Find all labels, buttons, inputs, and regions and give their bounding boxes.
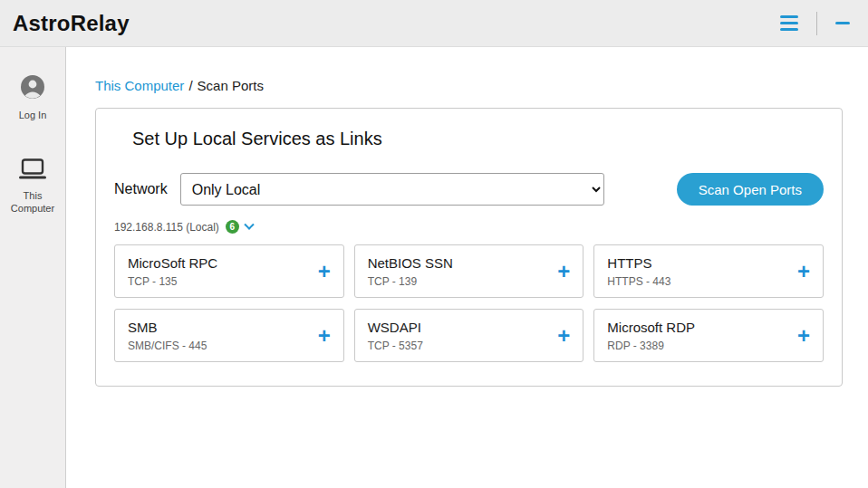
service-detail: TCP - 5357	[368, 340, 423, 352]
breadcrumb-link-this-computer[interactable]: This Computer	[95, 78, 184, 93]
open-port-count-badge: 6	[226, 220, 239, 234]
chevron-down-icon[interactable]	[244, 219, 254, 229]
service-info: MicroSoft RPC TCP - 135	[128, 255, 217, 288]
scan-open-ports-button[interactable]: Scan Open Ports	[677, 173, 824, 206]
network-select[interactable]: Only Local	[180, 173, 604, 206]
app-title: AstroRelay	[13, 11, 130, 36]
breadcrumb-separator: /	[188, 78, 192, 93]
sidebar-item-this-computer[interactable]: This Computer	[0, 158, 65, 215]
service-name: HTTPS	[607, 255, 670, 271]
service-name: MicroSoft RPC	[128, 255, 217, 271]
sidebar-item-label: This Computer	[0, 190, 65, 215]
user-avatar-icon	[20, 74, 45, 103]
computer-icon	[17, 158, 48, 184]
network-label: Network	[114, 181, 168, 197]
panel-title: Set Up Local Services as Links	[132, 129, 824, 149]
add-service-icon[interactable]: +	[797, 261, 810, 282]
service-grid: MicroSoft RPC TCP - 135 + NetBIOS SSN TC…	[114, 244, 824, 362]
service-name: SMB	[128, 320, 207, 335]
service-detail: TCP - 139	[368, 275, 453, 288]
add-service-icon[interactable]: +	[318, 261, 331, 282]
sidebar: Log In This Computer	[0, 47, 66, 488]
add-service-icon[interactable]: +	[557, 325, 570, 347]
network-row: Network Only Local Scan Open Ports	[114, 173, 824, 206]
main-content: This Computer / Scan Ports Set Up Local …	[66, 47, 868, 488]
service-info: WSDAPI TCP - 5357	[368, 320, 423, 352]
service-info: SMB SMB/CIFS - 445	[128, 320, 207, 352]
menu-icon[interactable]	[776, 10, 802, 36]
add-service-icon[interactable]: +	[797, 325, 810, 347]
scan-ports-panel: Set Up Local Services as Links Network O…	[95, 108, 843, 387]
service-detail: HTTPS - 443	[607, 275, 670, 288]
minimize-icon[interactable]	[832, 18, 854, 28]
service-info: HTTPS HTTPS - 443	[607, 255, 670, 288]
service-card: MicroSoft RPC TCP - 135 +	[114, 244, 344, 298]
breadcrumb: This Computer / Scan Ports	[95, 78, 843, 93]
sidebar-item-label: Log In	[15, 110, 51, 122]
service-info: NetBIOS SSN TCP - 139	[368, 255, 453, 288]
service-card: NetBIOS SSN TCP - 139 +	[354, 244, 584, 298]
service-detail: TCP - 135	[128, 275, 217, 288]
service-detail: SMB/CIFS - 445	[128, 340, 207, 352]
ip-row: 192.168.8.115 (Local) 6	[114, 220, 824, 234]
header-bar: AstroRelay	[0, 0, 868, 47]
breadcrumb-current: Scan Ports	[198, 78, 264, 93]
service-name: WSDAPI	[368, 320, 423, 335]
service-card: SMB SMB/CIFS - 445 +	[114, 309, 344, 362]
service-name: NetBIOS SSN	[368, 255, 453, 271]
header-actions	[776, 10, 854, 36]
sidebar-item-login[interactable]: Log In	[0, 74, 65, 122]
service-info: Microsoft RDP RDP - 3389	[607, 320, 695, 352]
add-service-icon[interactable]: +	[557, 261, 570, 282]
add-service-icon[interactable]: +	[318, 325, 331, 347]
local-ip-label: 192.168.8.115 (Local)	[114, 221, 219, 234]
service-card: Microsoft RDP RDP - 3389 +	[593, 309, 824, 362]
app-window: AstroRelay Log In	[0, 0, 868, 488]
service-name: Microsoft RDP	[607, 320, 695, 335]
service-detail: RDP - 3389	[607, 340, 695, 352]
header-divider	[816, 12, 817, 35]
service-card: WSDAPI TCP - 5357 +	[354, 309, 584, 362]
service-card: HTTPS HTTPS - 443 +	[593, 244, 824, 298]
